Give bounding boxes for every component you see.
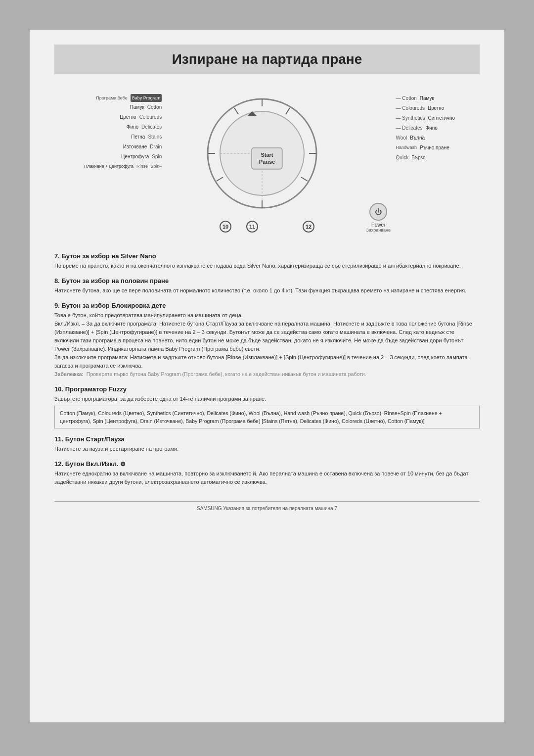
section-8-header: 8. Бутон за избор на половин пране	[54, 277, 480, 284]
section-9-body: Това е бутон, който предотвратява манипу…	[54, 311, 480, 378]
section-12: 12. Бутон Вкл./Изкл. ⊕ Натиснете еднокра…	[54, 460, 480, 486]
section-10-intro: Завъртете програматора, за да изберете е…	[54, 396, 266, 402]
section-12-num: 12.	[54, 460, 63, 468]
left-label-text-1: Памук	[130, 103, 144, 112]
diagram-area: Програма бебе Baby Program Памук Cotton …	[54, 84, 480, 242]
dial-wrapper: Start Pause	[198, 89, 336, 228]
left-label-text-2: Цветно	[120, 113, 136, 122]
start-pause-button[interactable]: Start Pause	[251, 147, 283, 170]
baby-program-badge: Baby Program	[131, 94, 162, 102]
right-label-row-1: — Coloureds Цветно	[396, 104, 455, 113]
left-label-row-6: Центрофуга Spin	[84, 152, 162, 161]
right-label-text-0: Памук	[420, 94, 434, 103]
section-7-body: По време на прането, както и на окончате…	[54, 262, 480, 270]
right-prog-2: — Synthetics	[396, 114, 425, 123]
right-prog-3: — Delicates	[396, 124, 423, 133]
right-label-row-6: Quick Бързо	[396, 153, 455, 162]
svg-line-9	[286, 108, 290, 114]
footer-text: SAMSUNG Указания за потребителя на перал…	[197, 506, 337, 511]
power-area: ⏻ Power Захранване	[366, 203, 391, 233]
left-label-row-3: Фино Delicates	[84, 123, 162, 132]
section-12-body: Натиснете еднократно за включване на маш…	[54, 470, 480, 486]
left-label-row-7: Плакнене + центрофуга Rinse+Spin–	[84, 162, 162, 170]
right-prog-5: Handwash	[396, 143, 417, 152]
left-label-text-0: Програма бебе	[96, 94, 127, 102]
section-10-box: Cotton (Памук), Coloureds (Цветно), Synt…	[54, 406, 480, 429]
section-12-header: 12. Бутон Вкл./Изкл. ⊕	[54, 460, 480, 468]
power-button[interactable]: ⏻	[369, 203, 387, 221]
right-prog-1: — Coloureds	[396, 104, 425, 113]
right-label-text-6: Бързо	[411, 153, 425, 162]
section-10-num: 10.	[54, 385, 63, 393]
left-label-row-4: Петна Stains	[84, 133, 162, 142]
section-11: 11. Бутон Старт/Пауза Натиснете за пауза…	[54, 435, 480, 453]
section-11-heading: Бутон Старт/Пауза	[65, 435, 125, 443]
left-prog-7: Rinse+Spin–	[136, 162, 162, 170]
section-10-heading: Програматор Fuzzy	[65, 385, 127, 393]
left-label-row-0: Програма бебе Baby Program	[84, 94, 162, 102]
section-9: 9. Бутон за избор Блокировка дете Това е…	[54, 302, 480, 378]
right-label-text-3: Фино	[425, 124, 437, 133]
svg-line-5	[217, 177, 223, 181]
section-8: 8. Бутон за избор на половин пране Натис…	[54, 277, 480, 295]
section-9-note: Забележка: Проверете първо бутона Baby P…	[54, 371, 366, 377]
section-8-body: Натиснете бутона, ако ще се пере половин…	[54, 286, 480, 295]
right-label-text-4: Вълна	[410, 134, 425, 142]
power-subtext: Захранване	[366, 228, 391, 233]
right-prog-4: Wool	[396, 134, 407, 142]
section-9-num: 9.	[54, 302, 60, 309]
title-box: Изпиране на партида пране	[54, 45, 480, 74]
left-prog-6: Spin	[152, 152, 162, 161]
num-badges: 10 11 12	[220, 221, 314, 233]
left-label-text-7: Плакнене + центрофуга	[84, 162, 134, 170]
right-label-row-5: Handwash Ръчно пране	[396, 143, 455, 152]
badge-10: 10	[220, 221, 231, 233]
right-label-text-2: Синтетично	[428, 114, 455, 123]
left-prog-5: Drain	[150, 142, 162, 151]
left-label-text-6: Центрофуга	[121, 152, 149, 161]
right-prog-6: Quick	[396, 153, 409, 162]
right-label-text-1: Цветно	[428, 104, 445, 113]
section-9-header: 9. Бутон за избор Блокировка дете	[54, 302, 480, 309]
right-label-row-3: — Delicates Фино	[396, 124, 455, 133]
section-7-header: 7. Бутон за избор на Silver Nano	[54, 252, 480, 260]
right-labels: — Cotton Памук — Coloureds Цветно — Synt…	[396, 94, 455, 163]
section-8-num: 8.	[54, 277, 60, 284]
section-9-heading: Бутон за избор Блокировка дете	[61, 302, 166, 309]
left-label-row-1: Памук Cotton	[84, 103, 162, 112]
left-label-row-5: Източване Drain	[84, 142, 162, 151]
section-12-heading: Бутон Вкл./Изкл. ⊕	[65, 460, 126, 468]
page-title: Изпиране на партида пране	[64, 51, 470, 67]
right-prog-0: — Cotton	[396, 94, 417, 103]
badge-12: 12	[303, 221, 314, 233]
pause-label: Pause	[259, 158, 275, 165]
page: Изпиране на партида пране Програма бебе …	[30, 30, 504, 722]
svg-line-3	[234, 108, 238, 114]
left-label-text-3: Фино	[127, 123, 138, 132]
left-prog-4: Stains	[148, 133, 162, 142]
badge-11: 11	[246, 221, 258, 233]
left-prog-3: Delicates	[141, 123, 162, 132]
section-7-num: 7.	[54, 252, 60, 260]
left-label-row-2: Цветно Coloureds	[84, 113, 162, 122]
left-labels: Програма бебе Baby Program Памук Cotton …	[84, 94, 162, 171]
section-10-header: 10. Програматор Fuzzy	[54, 385, 480, 393]
start-label: Start	[259, 151, 275, 158]
section-10-body: Завъртете програматора, за да изберете е…	[54, 395, 480, 428]
svg-line-7	[301, 177, 308, 181]
right-label-text-5: Ръчно пране	[420, 143, 449, 152]
right-label-row-0: — Cotton Памук	[396, 94, 455, 103]
footer: SAMSUNG Указания за потребителя на перал…	[54, 501, 480, 511]
left-label-text-5: Източване	[123, 142, 147, 151]
section-10: 10. Програматор Fuzzy Завъртете програма…	[54, 385, 480, 428]
section-8-heading: Бутон за избор на половин пране	[61, 277, 169, 284]
power-label: Power	[366, 222, 391, 228]
section-11-body: Натиснете за пауза и рестартиране на про…	[54, 445, 480, 453]
left-prog-2: Coloureds	[139, 113, 162, 122]
left-label-text-4: Петна	[131, 133, 145, 142]
right-label-row-2: — Synthetics Синтетично	[396, 114, 455, 123]
section-7-heading: Бутон за избор на Silver Nano	[61, 252, 156, 260]
right-label-row-4: Wool Вълна	[396, 134, 455, 142]
section-11-header: 11. Бутон Старт/Пауза	[54, 435, 480, 443]
section-11-num: 11.	[54, 435, 63, 443]
